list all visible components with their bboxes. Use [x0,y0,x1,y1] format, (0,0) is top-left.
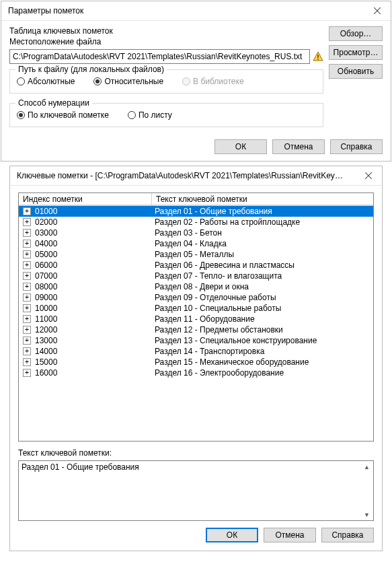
table-row[interactable]: +09000Раздел 09 - Отделочные работы [19,292,373,303]
expand-icon[interactable]: + [23,207,31,215]
help-button[interactable]: Справка [330,139,383,154]
cancel-button[interactable]: Отмена [272,139,325,154]
table-row[interactable]: +13000Раздел 13 - Специальное конструиро… [19,335,373,346]
file-path-input[interactable] [9,49,310,64]
keynote-code: 03000 [34,228,57,238]
keynote-text: Раздел 07 - Тепло- и влагозащита [152,271,373,281]
keynotes-browser-dialog: Ключевые пометки - [C:\ProgramData\Autod… [9,166,383,551]
expand-icon[interactable]: + [23,293,31,302]
keynote-text: Раздел 16 - Электрооборудование [152,368,373,378]
dialog-title: Параметры пометок [8,6,83,15]
radio-absolute[interactable]: Абсолютные [17,77,75,86]
keynote-text: Раздел 02 - Работы на стройплощадке [152,217,373,227]
radio-relative-label: Относительные [104,77,163,86]
column-index-header[interactable]: Индекс пометки [19,193,152,205]
table-row[interactable]: +15000Раздел 15 - Механическое оборудова… [19,357,373,367]
scroll-down-icon[interactable]: ▼ [362,510,372,520]
view-button[interactable]: Просмотр… [329,45,383,60]
expand-icon[interactable]: + [23,272,31,280]
column-text-header[interactable]: Текст ключевой пометки [152,193,373,205]
expand-icon[interactable]: + [23,240,31,248]
keynote-text: Раздел 03 - Бетон [152,228,373,238]
keynote-code: 07000 [34,271,57,281]
expand-icon[interactable]: + [23,304,31,312]
table-row[interactable]: +08000Раздел 08 - Двери и окна [19,281,373,292]
ok-button[interactable]: ОК [214,139,267,154]
keynote-code: 13000 [34,336,57,345]
close-button[interactable] [364,1,391,20]
radio-by-sheet-label: По листу [139,110,172,120]
close-icon [374,7,381,14]
table-row[interactable]: +03000Раздел 03 - Бетон [19,227,373,238]
keynote-code: 08000 [34,282,57,291]
keynote-text: Раздел 05 - Металлы [152,250,373,259]
dialog-content: Индекс пометки Текст ключевой пометки +0… [10,186,382,551]
keynote-code: 04000 [34,239,57,248]
table-row[interactable]: +06000Раздел 06 - Древесина и пластмассы [19,260,373,271]
close-icon [365,172,372,179]
radio-by-sheet[interactable]: По листу [128,110,172,120]
detail-text: Раздел 01 - Общие требования [22,462,139,472]
table-row[interactable]: +05000Раздел 05 - Металлы [19,249,373,260]
warning-icon [313,51,323,62]
expand-icon[interactable]: + [23,337,31,345]
table-row[interactable]: +01000Раздел 01 - Общие требования [19,206,373,217]
keynote-text: Раздел 13 - Специальное конструирование [152,336,373,345]
update-button[interactable]: Обновить [329,64,383,79]
keynote-text: Раздел 01 - Общие требования [152,207,373,216]
keynote-settings-dialog: Параметры пометок Таблица ключевых помет… [1,1,391,162]
dialog-footer: ОК Отмена Справка [18,521,374,544]
keynote-code: 09000 [34,293,57,302]
keynote-text: Раздел 06 - Древесина и пластмассы [152,260,373,270]
expand-icon[interactable]: + [23,326,31,334]
help-button[interactable]: Справка [321,528,374,542]
detail-textbox[interactable]: Раздел 01 - Общие требования ▲ ▼ [18,460,374,521]
radio-library-label: В библиотеке [193,77,243,86]
browse-button[interactable]: Обзор… [329,26,383,41]
keynote-tree[interactable]: Индекс пометки Текст ключевой пометки +0… [18,192,374,442]
expand-icon[interactable]: + [23,229,31,237]
table-row[interactable]: +02000Раздел 02 - Работы на стройплощадк… [19,217,373,227]
keynote-text: Раздел 10 - Специальные работы [152,304,373,313]
tree-header: Индекс пометки Текст ключевой пометки [19,193,373,206]
expand-icon[interactable]: + [23,369,31,377]
table-row[interactable]: +04000Раздел 04 - Кладка [19,238,373,249]
expand-icon[interactable]: + [23,347,31,355]
expand-icon[interactable]: + [23,218,31,226]
keynote-code: 15000 [34,357,57,367]
scroll-up-icon[interactable]: ▲ [362,462,372,472]
table-row[interactable]: +07000Раздел 07 - Тепло- и влагозащита [19,271,373,281]
expand-icon[interactable]: + [23,261,31,269]
expand-icon[interactable]: + [23,250,31,258]
file-location-label: Местоположение файла [9,37,323,46]
keynote-code: 12000 [34,325,57,335]
expand-icon[interactable]: + [23,358,31,366]
ok-button[interactable]: ОК [206,528,258,542]
radio-by-keynote[interactable]: По ключевой пометке [17,110,109,120]
cancel-button[interactable]: Отмена [264,528,316,542]
keynote-code: 02000 [34,217,57,227]
tree-body[interactable]: +01000Раздел 01 - Общие требования+02000… [19,206,373,441]
keynote-code: 01000 [34,207,57,216]
svg-rect-3 [317,55,319,58]
keynote-text: Раздел 04 - Кладка [152,239,373,248]
close-button[interactable] [355,166,382,185]
table-row[interactable]: +14000Раздел 14 - Транспортировка [19,346,373,357]
expand-icon[interactable]: + [23,283,31,291]
table-row[interactable]: +16000Раздел 16 - Электрооборудование [19,367,373,378]
dialog-footer: ОК Отмена Справка [1,134,391,161]
radio-absolute-label: Абсолютные [28,77,75,86]
expand-icon[interactable]: + [23,315,31,323]
keynote-text: Раздел 09 - Отделочные работы [152,293,373,302]
keynote-text: Раздел 12 - Предметы обстановки [152,325,373,335]
keynote-text: Раздел 15 - Механическое оборудование [152,357,373,367]
titlebar: Ключевые пометки - [C:\ProgramData\Autod… [10,166,382,186]
keynote-code: 06000 [34,260,57,270]
table-row[interactable]: +11000Раздел 11 - Оборудование [19,314,373,324]
numbering-group-label: Способ нумерации [15,98,92,108]
keynote-table-label: Таблица ключевых пометок [9,26,323,36]
table-row[interactable]: +10000Раздел 10 - Специальные работы [19,303,373,314]
radio-relative[interactable]: Относительные [93,77,163,86]
table-row[interactable]: +12000Раздел 12 - Предметы обстановки [19,324,373,335]
keynote-code: 14000 [34,347,57,356]
